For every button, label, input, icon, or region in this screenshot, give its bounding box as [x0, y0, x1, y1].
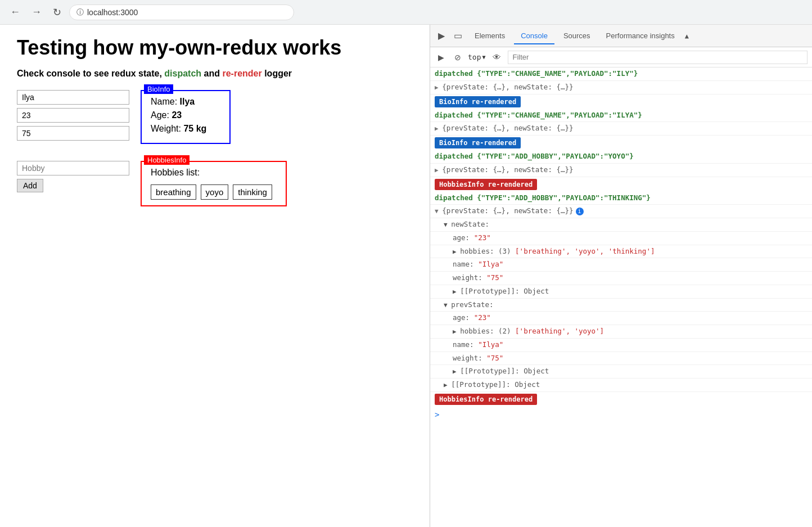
- console-line: dipatched {"TYPE":"ADD_HOBBY","PAYLOAD":…: [430, 192, 812, 205]
- chevron-down-icon: ▼: [482, 54, 485, 60]
- address-icon: ⓘ: [76, 7, 84, 17]
- console-ban-icon[interactable]: ⊘: [451, 51, 464, 64]
- console-line: ▶ [[Prototype]]: Object: [430, 365, 812, 379]
- hobbies-box: HobbiesInfo Hobbies list: breathingyoyot…: [141, 161, 287, 206]
- devtools-inspect-icon[interactable]: ▶: [435, 28, 448, 43]
- weight-input[interactable]: [17, 126, 129, 141]
- console-badge: HobbiesInfo re-rendered: [435, 394, 537, 405]
- bio-weight-line: Weight: 75 kg: [151, 124, 220, 134]
- console-badge-line: HobbiesInfo re-rendered: [430, 177, 812, 192]
- page-content: Testing how my-own-redux works Check con…: [0, 25, 430, 527]
- back-button[interactable]: ←: [7, 5, 24, 19]
- console-line: name: "Ilya": [430, 258, 812, 272]
- main-area: Testing how my-own-redux works Check con…: [0, 25, 812, 527]
- console-line: dipatched {"TYPE":"CHANGE_NAME","PAYLOAD…: [430, 67, 812, 81]
- page-subtitle: Check console to see redux state, dispat…: [17, 69, 413, 79]
- subtitle-mid: and: [201, 69, 222, 78]
- console-prompt[interactable]: >: [430, 407, 812, 423]
- bio-name-line: Name: Ilya: [151, 97, 220, 107]
- bioinfo-section: BioInfo Name: Ilya Age: 23 Weight: 75 kg: [17, 90, 413, 144]
- top-label: top: [468, 53, 481, 61]
- dispatch-word: dispatch: [164, 69, 201, 78]
- bio-weight-label: Weight:: [151, 124, 181, 133]
- console-line: ▶ [[Prototype]]: Object: [430, 379, 812, 392]
- console-badge: BioInfo re-rendered: [435, 137, 521, 148]
- console-line: ▼ newState:: [430, 218, 812, 232]
- console-line: ▶ {prevState: {…}, newState: {…}}: [430, 164, 812, 177]
- hobby-tag: yoyo: [201, 184, 229, 200]
- console-line: weight: "75": [430, 352, 812, 366]
- tab-console[interactable]: Console: [514, 28, 554, 44]
- console-line: ▶ hobbies: (2) ['breathing', 'yoyo']: [430, 325, 812, 339]
- bio-name-value: Ilya: [180, 97, 195, 106]
- tab-sources[interactable]: Sources: [557, 28, 597, 44]
- console-line: ▶ {prevState: {…}, newState: {…}}: [430, 81, 812, 94]
- console-line: ▼ prevState:: [430, 299, 812, 312]
- context-selector[interactable]: top ▼: [468, 53, 486, 61]
- add-hobby-button[interactable]: Add: [17, 179, 43, 192]
- console-line: dipatched {"TYPE":"ADD_HOBBY","PAYLOAD":…: [430, 150, 812, 164]
- console-line: ▶ hobbies: (3) ['breathing', 'yoyo', 'th…: [430, 245, 812, 259]
- bioinfo-box: BioInfo Name: Ilya Age: 23 Weight: 75 kg: [141, 90, 231, 144]
- browser-window: ← → ↻ ⓘ localhost:3000 Testing how my-ow…: [0, 0, 812, 527]
- bio-age-label: Age:: [151, 110, 169, 120]
- bio-name-label: Name:: [151, 97, 177, 106]
- hobby-tag: thinking: [233, 184, 272, 200]
- hobbies-label: HobbiesInfo: [144, 155, 190, 165]
- address-url: localhost:3000: [87, 8, 138, 17]
- hobby-tag: breathing: [151, 184, 196, 200]
- tab-performance[interactable]: Performance insights: [599, 28, 682, 44]
- browser-toolbar: ← → ↻ ⓘ localhost:3000: [0, 0, 812, 25]
- name-input[interactable]: [17, 90, 129, 105]
- console-line: name: "Ilya": [430, 339, 812, 352]
- console-line: dipatched {"TYPE":"CHANGE_NAME","PAYLOAD…: [430, 109, 812, 123]
- subtitle-end: logger: [262, 69, 292, 78]
- console-line: ▶ {prevState: {…}, newState: {…}}: [430, 122, 812, 136]
- bioinfo-label: BioInfo: [144, 84, 173, 94]
- rerender-word: re-render: [222, 69, 261, 78]
- hobbies-list: breathingyoyothinking: [151, 184, 277, 200]
- console-badge-line: BioInfo re-rendered: [430, 136, 812, 150]
- bio-age-value: 23: [172, 110, 182, 120]
- console-badge-line: BioInfo re-rendered: [430, 94, 812, 109]
- performance-pin-icon: ▲: [685, 32, 689, 40]
- bio-age-line: Age: 23: [151, 110, 220, 120]
- bio-weight-value: 75 kg: [183, 124, 206, 133]
- console-badge: HobbiesInfo re-rendered: [435, 179, 537, 190]
- hobby-inputs: Add: [17, 161, 129, 192]
- console-line: ▼ {prevState: {…}, newState: {…}}i: [430, 205, 812, 218]
- forward-button[interactable]: →: [28, 5, 45, 19]
- hobbies-list-title: Hobbies list:: [151, 168, 277, 178]
- hobby-input[interactable]: [17, 161, 129, 175]
- devtools-panel: ▶ ▭ Elements Console Sources Performance…: [430, 25, 812, 527]
- age-input[interactable]: [17, 108, 129, 123]
- page-title: Testing how my-own-redux works: [17, 36, 413, 60]
- console-clear-icon[interactable]: ▶: [435, 51, 448, 64]
- tab-elements[interactable]: Elements: [468, 28, 512, 44]
- bioinfo-inputs: [17, 90, 129, 141]
- eye-icon[interactable]: 👁: [489, 51, 504, 64]
- devtools-tabs: ▶ ▭ Elements Console Sources Performance…: [430, 25, 812, 47]
- console-badge-line: HobbiesInfo re-rendered: [430, 392, 812, 407]
- address-bar[interactable]: ⓘ localhost:3000: [69, 4, 294, 20]
- console-filter-input[interactable]: [508, 51, 808, 64]
- console-line: age: "23": [430, 312, 812, 325]
- console-line: age: "23": [430, 232, 812, 245]
- console-output: dipatched {"TYPE":"CHANGE_NAME","PAYLOAD…: [430, 67, 812, 527]
- console-line: weight: "75": [430, 272, 812, 285]
- devtools-toolbar: ▶ ⊘ top ▼ 👁: [430, 47, 812, 67]
- hobbiesinfo-section: Add HobbiesInfo Hobbies list: breathingy…: [17, 161, 413, 206]
- console-line: ▶ [[Prototype]]: Object: [430, 285, 812, 299]
- subtitle-start: Check console to see redux state,: [17, 69, 164, 78]
- devtools-device-icon[interactable]: ▭: [450, 28, 466, 43]
- refresh-button[interactable]: ↻: [49, 5, 65, 20]
- console-badge: BioInfo re-rendered: [435, 96, 521, 107]
